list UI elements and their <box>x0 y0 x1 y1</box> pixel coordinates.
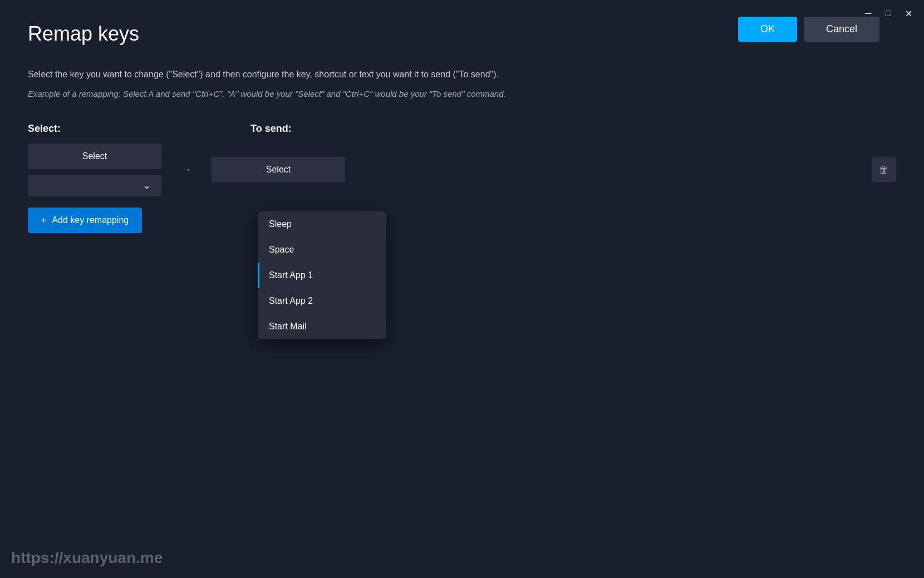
dropdown-item-space[interactable]: Space <box>258 237 386 263</box>
remapping-row: Select ⌄ → Select 🗑 <box>28 144 896 196</box>
dropdown-item-label: Sleep <box>269 219 292 229</box>
cancel-button[interactable]: Cancel <box>804 17 879 42</box>
example-text: Example of a remapping: Select A and sen… <box>28 88 896 101</box>
trash-icon: 🗑 <box>879 164 889 176</box>
plus-icon: + <box>41 215 46 225</box>
watermark: https://xuanyuan.me <box>11 549 163 567</box>
dropdown-item-sleep[interactable]: Sleep <box>258 211 386 237</box>
ok-button[interactable]: OK <box>738 17 797 42</box>
action-dropdown-menu: Sleep Space Start App 1 Start App 2 Star… <box>258 211 386 339</box>
to-send-col-label: To send: <box>250 123 292 135</box>
chevron-down-icon: ⌄ <box>143 180 150 191</box>
select-action-button[interactable]: Select <box>212 157 345 182</box>
to-send-col: Select <box>212 157 345 182</box>
dropdown-item-start-app-1[interactable]: Start App 1 <box>258 263 386 288</box>
dropdown-item-label: Start App 2 <box>269 296 313 306</box>
columns-header: Select: To send: <box>28 123 896 135</box>
left-col: Select ⌄ <box>28 144 161 196</box>
description-text: Select the key you want to change ("Sele… <box>28 68 896 81</box>
delete-remapping-button[interactable]: 🗑 <box>872 157 896 182</box>
header-buttons: OK Cancel <box>738 17 879 42</box>
dropdown-item-label: Start App 1 <box>269 270 313 280</box>
arrow-icon: → <box>181 164 191 176</box>
dropdown-item-start-app-2[interactable]: Start App 2 <box>258 288 386 314</box>
dropdown-item-label: Start Mail <box>269 322 307 332</box>
dropdown-item-start-mail[interactable]: Start Mail <box>258 314 386 339</box>
select-key-button[interactable]: Select <box>28 144 161 169</box>
modifier-dropdown[interactable]: ⌄ <box>28 175 161 196</box>
dropdown-item-label: Space <box>269 245 294 255</box>
select-col-label: Select: <box>28 123 184 135</box>
close-button[interactable]: ✕ <box>900 4 917 22</box>
add-remapping-label: Add key remapping <box>52 215 129 225</box>
add-remapping-button[interactable]: + Add key remapping <box>28 208 142 233</box>
maximize-button[interactable]: □ <box>879 4 897 22</box>
